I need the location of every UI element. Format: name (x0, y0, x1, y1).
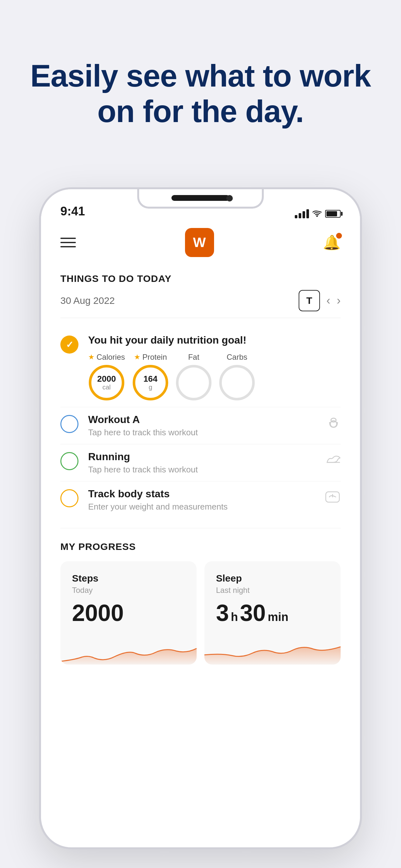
steps-card[interactable]: Steps Today 2000 (60, 561, 197, 664)
workout-a-item[interactable]: Workout A Tap here to track this workout (60, 407, 341, 444)
status-time: 9:41 (60, 205, 85, 218)
nutrition-goal-content: You hit your daily nutrition goal! ★ Cal… (88, 334, 341, 400)
status-icons (295, 209, 341, 218)
protein-col: ★ Protein 164 g (133, 352, 168, 400)
protein-ring: 164 g (133, 365, 168, 400)
checkmark-icon: ✓ (66, 339, 73, 350)
progress-title: MY PROGRESS (60, 541, 341, 552)
carbs-col: Carbs (219, 352, 255, 400)
calories-star-icon: ★ (88, 353, 95, 361)
fat-col: Fat (176, 352, 212, 400)
app-logo: W (185, 228, 214, 257)
battery-icon (325, 210, 341, 218)
wifi-icon (312, 210, 322, 217)
body-stats-content: Track body stats Enter your weight and m… (88, 488, 315, 512)
current-date: 30 Aug 2022 (60, 295, 115, 306)
today-button[interactable]: T (299, 290, 320, 311)
fat-ring (176, 365, 212, 400)
phone-mockup: 9:41 W 🔔 (39, 187, 362, 849)
sleep-sublabel: Last night (216, 586, 329, 595)
date-controls[interactable]: T ‹ › (299, 290, 341, 311)
body-stats-item[interactable]: Track body stats Enter your weight and m… (60, 482, 341, 518)
progress-section: MY PROGRESS Steps Today 2000 (41, 528, 360, 674)
main-content: THINGS TO DO TODAY 30 Aug 2022 T ‹ › ✓ Y… (41, 264, 360, 528)
running-subtitle: Tap here to track this workout (88, 465, 317, 475)
shoe-icon (327, 453, 341, 467)
running-title: Running (88, 451, 317, 463)
sleep-label: Sleep (216, 573, 329, 584)
steps-label: Steps (72, 573, 185, 584)
svg-point-0 (316, 215, 318, 217)
notification-dot (336, 233, 342, 239)
scale-icon (325, 490, 341, 507)
steps-chart (60, 636, 197, 664)
steps-sublabel: Today (72, 586, 185, 595)
sleep-hours-value: 3 (216, 601, 229, 624)
body-stats-circle (60, 489, 79, 507)
running-item[interactable]: Running Tap here to track this workout (60, 444, 341, 482)
body-stats-title: Track body stats (88, 488, 315, 500)
calories-ring: 2000 cal (89, 365, 124, 400)
nutrition-circles-row: ★ Calories 2000 cal ★ (88, 352, 341, 400)
workout-a-circle (60, 415, 79, 433)
status-bar: 9:41 (41, 189, 360, 221)
kettlebell-icon (327, 415, 341, 433)
nutrition-goal-item[interactable]: ✓ You hit your daily nutrition goal! ★ C… (60, 328, 341, 407)
signal-bars-icon (295, 209, 309, 218)
notification-bell-icon[interactable]: 🔔 (323, 234, 341, 251)
calories-value: 2000 (97, 374, 116, 383)
nutrition-check-circle: ✓ (60, 336, 79, 353)
steps-value: 2000 (72, 601, 185, 624)
sleep-minutes-value: 30 (240, 601, 266, 624)
protein-value: 164 (143, 374, 157, 383)
progress-cards-row: Steps Today 2000 (60, 561, 341, 664)
protein-unit: g (143, 383, 157, 391)
date-navigation: 30 Aug 2022 T ‹ › (60, 290, 341, 318)
protein-star-icon: ★ (134, 353, 141, 361)
fat-label: Fat (188, 352, 199, 362)
sleep-card[interactable]: Sleep Last night 3 h 30 min (204, 561, 341, 664)
workout-a-title: Workout A (88, 414, 317, 426)
calories-unit: cal (97, 383, 116, 391)
calories-label: ★ Calories (88, 352, 125, 362)
hamburger-menu-icon[interactable] (60, 238, 76, 247)
section-title: THINGS TO DO TODAY (60, 273, 341, 284)
calories-col: ★ Calories 2000 cal (88, 352, 125, 400)
sleep-chart (204, 636, 341, 664)
sleep-value-row: 3 h 30 min (216, 601, 329, 624)
sleep-hours-unit: h (231, 610, 238, 624)
body-stats-subtitle: Enter your weight and measurements (88, 502, 315, 512)
running-circle (60, 452, 79, 470)
sleep-minutes-unit: min (268, 610, 288, 624)
prev-day-arrow[interactable]: ‹ (327, 294, 330, 307)
workout-a-subtitle: Tap here to track this workout (88, 428, 317, 438)
speaker-pill (172, 195, 229, 201)
hero-headline: Easily see what to work on for the day. (0, 0, 401, 155)
workout-a-content: Workout A Tap here to track this workout (88, 414, 317, 438)
protein-label: ★ Protein (134, 352, 167, 362)
nutrition-goal-title: You hit your daily nutrition goal! (88, 334, 341, 346)
carbs-ring (219, 365, 255, 400)
app-nav-bar: W 🔔 (41, 221, 360, 264)
next-day-arrow[interactable]: › (337, 294, 341, 307)
running-content: Running Tap here to track this workout (88, 451, 317, 475)
carbs-label: Carbs (227, 352, 247, 362)
